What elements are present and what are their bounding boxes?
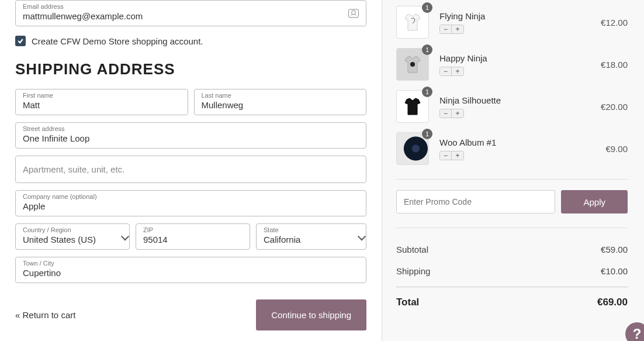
promo-code-input[interactable] <box>396 190 555 213</box>
product-price: €12.00 <box>601 18 628 27</box>
zip-input[interactable] <box>136 224 250 249</box>
subtotal-line: Subtotal €59.00 <box>396 239 628 260</box>
continue-to-shipping-button[interactable]: Continue to shipping <box>256 299 366 330</box>
address-book-icon[interactable] <box>348 9 359 18</box>
divider <box>396 179 628 180</box>
state-field-wrapper: State <box>256 223 366 250</box>
cart-item: 1 Ninja Silhouette − + €20.00 <box>396 90 628 123</box>
product-price: €18.00 <box>601 60 628 70</box>
cart-item: 1 Woo Album #1 − + €9.00 <box>396 132 628 165</box>
email-input[interactable] <box>16 1 366 26</box>
quantity-badge: 1 <box>422 87 432 97</box>
email-field-wrapper: Email address <box>15 0 366 26</box>
quantity-badge: 1 <box>422 44 432 55</box>
street-input[interactable] <box>16 123 366 148</box>
question-mark-icon: ? <box>633 326 642 341</box>
state-select[interactable] <box>257 224 366 249</box>
svg-point-0 <box>410 62 415 67</box>
total-value: €69.00 <box>597 297 628 308</box>
apartment-field-wrapper <box>15 156 366 183</box>
shipping-line: Shipping €10.00 <box>396 260 628 282</box>
total-label: Total <box>396 297 419 308</box>
quantity-badge: 1 <box>422 129 432 139</box>
quantity-control: − + <box>439 151 464 160</box>
cart-item: 1 Happy Ninja − + €18.00 <box>396 48 628 81</box>
subtotal-value: €59.00 <box>601 244 628 254</box>
city-input[interactable] <box>16 257 366 283</box>
increase-qty-button[interactable]: + <box>452 109 463 118</box>
quantity-control: − + <box>439 109 464 118</box>
product-price: €20.00 <box>601 102 628 112</box>
total-line: Total €69.00 <box>396 287 628 314</box>
create-account-checkbox[interactable] <box>15 36 26 46</box>
divider <box>396 228 628 228</box>
checkout-form-column: Email address Create CFW Demo Store shop… <box>0 0 382 341</box>
city-field-wrapper: Town / City <box>15 257 366 283</box>
last-name-input[interactable] <box>195 89 366 115</box>
decrease-qty-button[interactable]: − <box>440 67 452 75</box>
shipping-value: €10.00 <box>601 266 628 276</box>
product-name: Flying Ninja <box>439 11 594 21</box>
company-field-wrapper: Company name (optional) <box>15 190 366 216</box>
country-field-wrapper: Country / Region <box>15 223 130 250</box>
cart-item: 1 Flying Ninja − + €12.00 <box>396 6 628 39</box>
product-name: Woo Album #1 <box>439 137 598 147</box>
create-account-row: Create CFW Demo Store shopping account. <box>15 36 366 46</box>
first-name-field-wrapper: First name <box>15 89 188 115</box>
increase-qty-button[interactable]: + <box>452 25 463 33</box>
product-name: Ninja Silhouette <box>439 95 594 105</box>
product-price: €9.00 <box>605 144 628 154</box>
quantity-control: − + <box>439 25 464 34</box>
create-account-label: Create CFW Demo Store shopping account. <box>32 36 203 46</box>
shipping-label: Shipping <box>396 266 430 276</box>
decrease-qty-button[interactable]: − <box>440 151 452 160</box>
product-name: Happy Ninja <box>439 53 594 63</box>
zip-field-wrapper: ZIP <box>136 223 250 250</box>
apply-promo-button[interactable]: Apply <box>561 190 628 213</box>
return-to-cart-link[interactable]: « Return to cart <box>15 310 75 320</box>
shipping-address-title: SHIPPING ADDRESS <box>15 60 366 78</box>
quantity-badge: 1 <box>422 2 432 13</box>
country-select[interactable] <box>16 224 129 249</box>
last-name-field-wrapper: Last name <box>194 89 367 115</box>
subtotal-label: Subtotal <box>396 244 428 254</box>
increase-qty-button[interactable]: + <box>452 151 463 160</box>
decrease-qty-button[interactable]: − <box>440 25 452 33</box>
decrease-qty-button[interactable]: − <box>440 109 452 118</box>
increase-qty-button[interactable]: + <box>452 67 463 75</box>
order-summary-column: 1 Flying Ninja − + €12.00 1 Happy Ninja <box>382 0 644 341</box>
apartment-input[interactable] <box>16 156 366 182</box>
first-name-input[interactable] <box>16 89 188 115</box>
quantity-control: − + <box>439 67 464 76</box>
check-icon <box>17 37 24 44</box>
company-input[interactable] <box>16 191 366 216</box>
street-field-wrapper: Street address <box>15 122 366 149</box>
